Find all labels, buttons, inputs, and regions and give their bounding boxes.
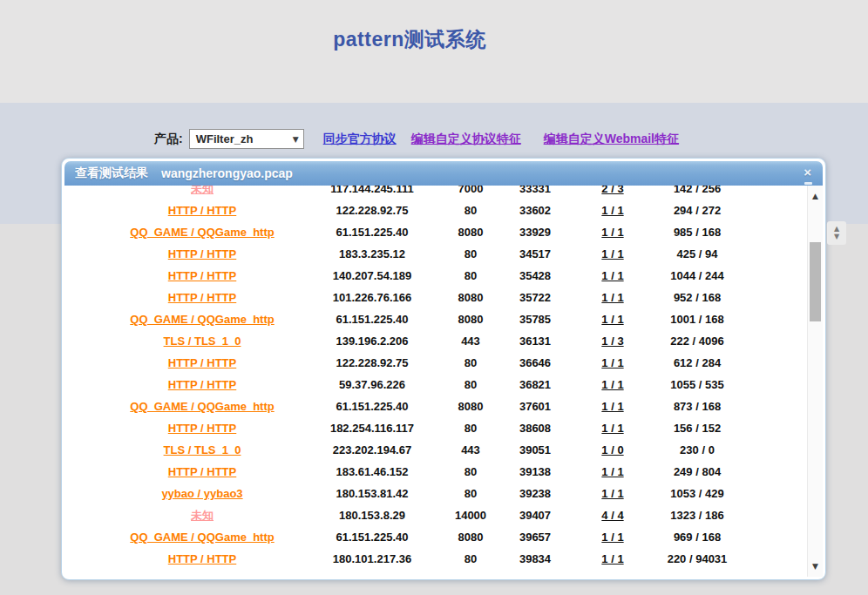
bytes-cell: 1323 / 186 xyxy=(610,504,784,526)
table-row: 未知 117.144.245.111 7000 33331 2 / 3 142 … xyxy=(64,186,807,199)
edit-custom-webmail-link[interactable]: 编辑自定义Webmail特征 xyxy=(544,132,679,147)
table-row: 未知 180.153.8.29 14000 39407 4 / 4 1323 /… xyxy=(64,504,807,526)
bytes-cell: 230 / 0 xyxy=(610,439,784,461)
bytes-cell: 425 / 94 xyxy=(610,243,784,265)
table-row: HTTP / HTTP 140.207.54.189 80 35428 1 / … xyxy=(64,265,807,287)
page-title: pattern测试系统 xyxy=(0,26,819,53)
bytes-cell: 873 / 168 xyxy=(610,396,784,417)
table-row: HTTP / HTTP 59.37.96.226 80 36821 1 / 1 … xyxy=(64,374,807,396)
table-row: HTTP / HTTP 183.3.235.12 80 34517 1 / 1 … xyxy=(64,243,807,265)
dialog-titlebar[interactable]: 查看测试结果 wangzherongyao.pcap × xyxy=(64,161,823,186)
table-row: HTTP / HTTP 101.226.76.166 8080 35722 1 … xyxy=(64,287,807,308)
bytes-cell: 969 / 168 xyxy=(610,526,784,548)
bytes-cell: 1055 / 535 xyxy=(610,374,784,396)
bytes-cell: 612 / 284 xyxy=(610,352,784,374)
bytes-cell: 220 / 94031 xyxy=(610,548,784,570)
bytes-cell: 985 / 168 xyxy=(610,221,784,243)
table-row: HTTP / HTTP 122.228.92.75 80 36646 1 / 1… xyxy=(64,352,807,374)
autoscroll-down-icon: ▼ xyxy=(834,233,839,240)
scroll-down-icon[interactable]: ▼ xyxy=(808,562,823,571)
table-row: HTTP / HTTP 122.228.92.75 80 40104 1 / 1… xyxy=(64,570,807,577)
product-label: 产品: xyxy=(154,132,183,147)
table-row: HTTP / HTTP 182.254.116.117 80 38608 1 /… xyxy=(64,417,807,439)
bytes-cell: 287 / 272 xyxy=(610,570,784,577)
table-row: TLS / TLS_1_0 223.202.194.67 443 39051 1… xyxy=(64,439,807,461)
dash-icon xyxy=(804,182,812,185)
bytes-cell: 1053 / 429 xyxy=(610,483,784,504)
scrollbar-thumb[interactable] xyxy=(810,242,821,321)
bytes-cell: 1001 / 168 xyxy=(610,308,784,330)
autoscroll-up-icon: ▲ xyxy=(834,226,839,233)
table-row: yybao / yybao3 180.153.81.42 80 39238 1 … xyxy=(64,483,807,504)
close-icon[interactable]: × xyxy=(804,165,811,180)
bytes-cell: 1044 / 244 xyxy=(610,265,784,287)
results-viewport: 未知 117.144.245.111 7000 33331 2 / 3 142 … xyxy=(64,186,823,577)
results-rows: 未知 117.144.245.111 7000 33331 2 / 3 142 … xyxy=(64,186,807,577)
test-results-dialog: 查看测试结果 wangzherongyao.pcap × 未知 117.144.… xyxy=(61,158,826,580)
bytes-cell: 249 / 804 xyxy=(610,461,784,483)
bytes-cell: 156 / 152 xyxy=(610,417,784,439)
table-row: HTTP / HTTP 122.228.92.75 80 33602 1 / 1… xyxy=(64,199,807,221)
table-row: QQ_GAME / QQGame_http 61.151.225.40 8080… xyxy=(64,396,807,417)
bytes-cell: 222 / 4096 xyxy=(610,330,784,352)
bytes-cell: 294 / 272 xyxy=(610,199,784,221)
table-row: HTTP / HTTP 180.101.217.36 80 39834 1 / … xyxy=(64,548,807,570)
dialog-title: 查看测试结果 xyxy=(75,166,148,181)
table-row: HTTP / HTTP 183.61.46.152 80 39138 1 / 1… xyxy=(64,461,807,483)
product-select-value: WFilter_zh xyxy=(196,132,254,145)
bytes-cell: 142 / 256 xyxy=(610,186,784,199)
table-row: QQ_GAME / QQGame_http 61.151.225.40 8080… xyxy=(64,221,807,243)
product-select[interactable]: WFilter_zh ▼ xyxy=(189,129,304,149)
bytes-cell: 952 / 168 xyxy=(610,287,784,308)
scroll-up-icon[interactable]: ▲ xyxy=(808,192,823,200)
edit-custom-protocol-link[interactable]: 编辑自定义协议特征 xyxy=(411,132,521,147)
dialog-scrollbar[interactable]: ▲ ▼ xyxy=(807,186,823,577)
table-row: QQ_GAME / QQGame_http 61.151.225.40 8080… xyxy=(64,526,807,548)
product-toolbar: 产品: WFilter_zh ▼ 同步官方协议 编辑自定义协议特征 编辑自定义W… xyxy=(154,129,679,149)
dialog-filename: wangzherongyao.pcap xyxy=(161,166,293,180)
autoscroll-marker[interactable]: ▲ ▼ xyxy=(827,221,846,245)
table-row: QQ_GAME / QQGame_http 61.151.225.40 8080… xyxy=(64,308,807,330)
table-row: TLS / TLS_1_0 139.196.2.206 443 36131 1 … xyxy=(64,330,807,352)
sync-official-protocol-link[interactable]: 同步官方协议 xyxy=(323,132,397,147)
chevron-down-icon: ▼ xyxy=(293,135,299,144)
